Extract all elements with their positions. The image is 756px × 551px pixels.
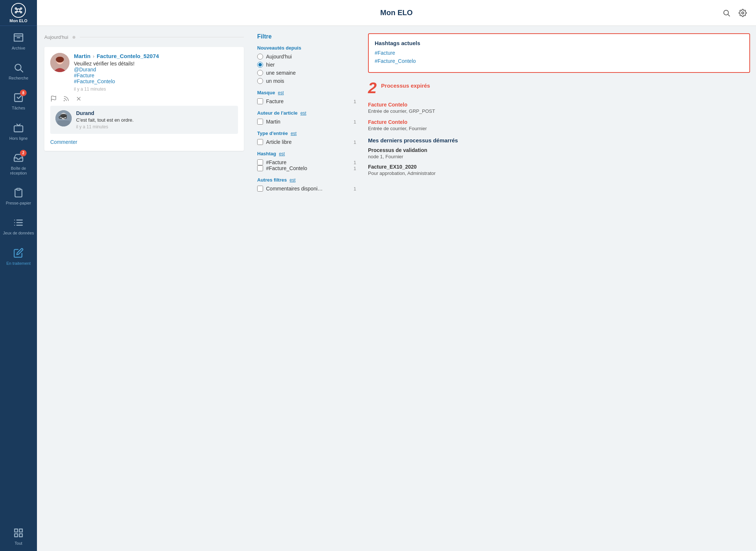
filter-section-type: Type d'entrée est Article libre 1	[257, 131, 356, 145]
content-area: Aujourd'hui ●	[37, 26, 756, 551]
sidebar-item-jeux-donnees[interactable]: Jeux de données	[0, 211, 37, 241]
post-hashtag-1[interactable]: #Facture	[74, 72, 238, 78]
radio-group-nouveautes: Aujourd'hui hier une semaine un mois	[257, 54, 356, 84]
svg-rect-23	[19, 529, 22, 532]
close-button[interactable]	[75, 95, 82, 102]
expired-section: 2 Processus expirés	[368, 80, 750, 96]
search-icon	[12, 61, 25, 74]
checkbox-facture-hashtag[interactable]: #Facture 1	[257, 159, 356, 165]
checkbox-facture-masque[interactable]: Facture 1	[257, 98, 356, 104]
sidebar-item-recherche[interactable]: Recherche	[0, 56, 37, 86]
svg-rect-24	[15, 534, 18, 537]
svg-rect-22	[15, 529, 18, 532]
settings-button[interactable]	[737, 7, 749, 19]
radio-aujourd-hui[interactable]: Aujourd'hui	[257, 54, 356, 60]
type-link[interactable]: est	[291, 131, 297, 136]
reply-author: Durand	[76, 110, 134, 116]
radio-une-semaine[interactable]: une semaine	[257, 70, 356, 76]
sidebar: Mon ELO Archive Recherche 8 Tâches Hors …	[0, 0, 37, 551]
svg-line-8	[18, 11, 21, 12]
page-title: Mon ELO	[380, 9, 413, 17]
post-author: Martin	[74, 53, 91, 59]
last-process-1: Processus de validation node 1, Fournier	[368, 147, 750, 159]
filter-section-auteur: Auteur de l'article est Martin 1	[257, 110, 356, 125]
svg-rect-25	[19, 534, 22, 537]
expired-process-desc-2: Entrée de courrier, Fournier	[368, 126, 750, 131]
hashtag-link-facture[interactable]: #Facture	[375, 50, 743, 56]
svg-rect-9	[14, 34, 23, 36]
clipboard-icon	[12, 186, 25, 199]
masque-link[interactable]: est	[278, 90, 284, 95]
filter-label-autres: Autres filtres est	[257, 177, 356, 183]
filter-panel: Filtre Nouveautés depuis Aujourd'hui hie…	[251, 26, 362, 551]
sidebar-item-hors-ligne[interactable]: Hors ligne	[0, 116, 37, 146]
sidebar-item-en-traitement[interactable]: En traitement	[0, 241, 37, 271]
comment-link[interactable]: Commenter	[50, 139, 238, 145]
post-hashtag-2[interactable]: #Facture_Contelo	[74, 78, 238, 84]
svg-point-31	[56, 57, 64, 62]
date-divider: Aujourd'hui ●	[44, 33, 244, 41]
autres-link[interactable]: est	[290, 178, 296, 183]
sidebar-item-tout[interactable]: Tout	[0, 521, 37, 551]
radio-hier[interactable]: hier	[257, 62, 356, 68]
svg-line-27	[728, 14, 730, 16]
post-document[interactable]: Facture_Contelo_52074	[97, 53, 159, 59]
svg-line-12	[20, 70, 23, 72]
checkbox-article-libre[interactable]: Article libre 1	[257, 139, 356, 145]
last-process-name-2[interactable]: Facture_EX10_2020	[368, 164, 750, 170]
svg-rect-15	[17, 188, 20, 190]
hashtag-link-facture-contelo[interactable]: #Facture_Contelo	[375, 58, 743, 64]
avatar-durand	[55, 110, 72, 126]
sidebar-item-taches[interactable]: 8 Tâches	[0, 86, 37, 116]
flag-button[interactable]	[50, 95, 57, 102]
auteur-link[interactable]: est	[300, 111, 306, 116]
feed-button[interactable]	[63, 95, 69, 102]
logo-icon	[11, 3, 26, 18]
expired-process-title-1[interactable]: Facture Contelo	[368, 102, 750, 108]
filter-section-masque: Masque est Facture 1	[257, 90, 356, 104]
expired-process-title-2[interactable]: Facture Contelo	[368, 119, 750, 125]
search-button[interactable]	[721, 7, 732, 19]
sidebar-item-presse-papier[interactable]: Presse-papier	[0, 181, 37, 211]
post-time: il y a 11 minutes	[74, 87, 238, 92]
post-card: Martin › Facture_Contelo_52074 Veuillez …	[44, 47, 244, 151]
filter-section-hashtag: Hashtag est #Facture 1 #Facture_Contelo …	[257, 151, 356, 171]
post-text: Veuillez vérifier les détails!	[74, 61, 238, 67]
filter-section-nouveautes: Nouveautés depuis Aujourd'hui hier une s…	[257, 45, 356, 84]
last-processes-title: Mes derniers processus démarrés	[368, 137, 750, 143]
expired-process-desc-1: Entrée de courrier, GRP_POST	[368, 108, 750, 114]
hashtags-box: Hashtags actuels #Facture #Facture_Conte…	[368, 33, 750, 73]
post-author-line: Martin › Facture_Contelo_52074	[74, 53, 238, 59]
checkbox-commentaires[interactable]: Commentaires disponi… 1	[257, 186, 356, 192]
checkbox-facture-contelo-hashtag[interactable]: #Facture_Contelo 1	[257, 165, 356, 171]
inbox-icon: 2	[12, 151, 25, 165]
post-chevron-icon: ›	[93, 53, 95, 59]
radio-un-mois[interactable]: un mois	[257, 78, 356, 84]
filter-label-nouveautes: Nouveautés depuis	[257, 45, 356, 51]
offline-icon	[12, 121, 25, 135]
sidebar-logo[interactable]: Mon ELO	[0, 0, 37, 26]
expired-count: 2	[368, 80, 377, 96]
svg-line-5	[16, 9, 18, 9]
filter-section-autres: Autres filtres est Commentaires disponi……	[257, 177, 356, 192]
sidebar-item-boite-reception[interactable]: 2 Boîte de réception	[0, 146, 37, 181]
filter-title: Filtre	[257, 33, 356, 40]
sidebar-item-archive[interactable]: Archive	[0, 26, 37, 56]
svg-point-33	[64, 101, 65, 101]
expired-process-1: Facture Contelo Entrée de courrier, GRP_…	[368, 102, 750, 114]
post-meta: Martin › Facture_Contelo_52074 Veuillez …	[74, 53, 238, 92]
main-content: Mon ELO Aujourd'hui ●	[37, 0, 756, 551]
hashtag-link[interactable]: est	[279, 151, 285, 156]
checkbox-martin[interactable]: Martin 1	[257, 119, 356, 125]
last-process-desc-2: Pour approbation, Administrator	[368, 170, 750, 176]
svg-line-7	[16, 11, 18, 12]
reply-text: C'est fait, tout est en ordre.	[76, 117, 134, 123]
right-panel: Hashtags actuels #Facture #Facture_Conte…	[362, 26, 756, 551]
tasks-icon: 8	[12, 91, 25, 104]
reply-meta: Durand C'est fait, tout est en ordre. il…	[76, 110, 134, 129]
last-process-name-1[interactable]: Processus de validation	[368, 147, 750, 153]
edit-icon	[12, 246, 25, 260]
filter-label-hashtag: Hashtag est	[257, 151, 356, 156]
post-mention[interactable]: @Durand	[74, 67, 238, 72]
svg-line-6	[18, 9, 21, 9]
